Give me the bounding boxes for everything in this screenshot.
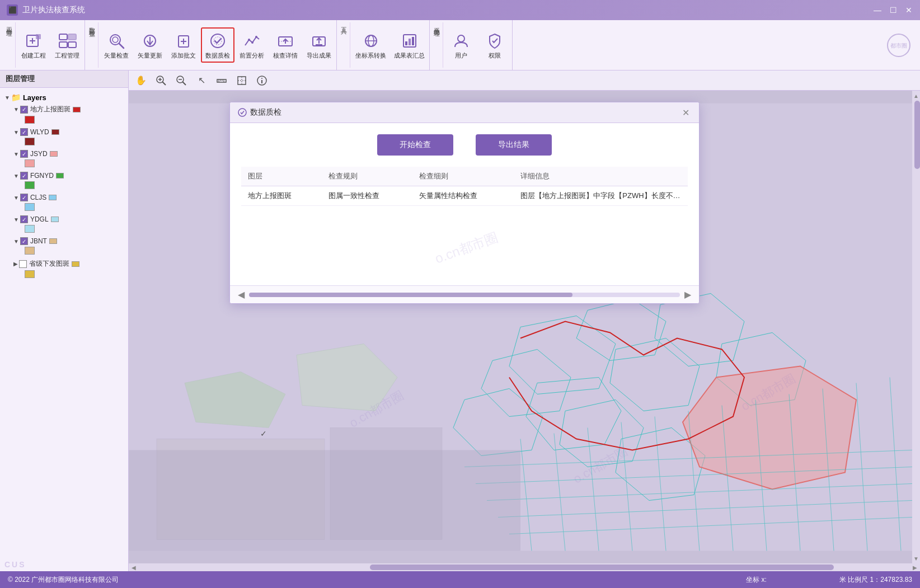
toolbar-group-datachk: 数据核查 矢量检查	[85, 20, 337, 70]
layer-checkbox-jsyd[interactable]: ✓	[20, 150, 28, 158]
map-tool-info[interactable]	[254, 73, 270, 88]
layer-item-shengji[interactable]: ▶ 省级下发图斑	[11, 258, 126, 270]
modal-title: 数据质检	[238, 107, 281, 117]
layer-item-cljs[interactable]: ▼ ✓ CLJS	[11, 192, 126, 203]
export-result-button[interactable]: 导出结果	[476, 134, 552, 156]
toolbar-result-summary[interactable]: 成果表汇总	[391, 29, 428, 62]
toolbar-user[interactable]: 用户	[445, 29, 477, 62]
layer-swatch-difang2	[25, 116, 35, 124]
map-tool-zoom-in[interactable]	[153, 73, 169, 88]
vector-check-label: 矢量检查	[104, 52, 129, 59]
layer-swatch-jsyd2	[25, 159, 35, 167]
modal-close-btn[interactable]: ✕	[680, 107, 691, 118]
layer-expand-cljs: ▼	[13, 195, 19, 201]
toolbar-add-batch[interactable]: 添加批文	[167, 29, 200, 62]
map-tool-extent[interactable]	[234, 73, 250, 88]
layers-root[interactable]: ▼ 📁 Layers	[2, 91, 126, 104]
window-controls: — ☐ ✕	[873, 6, 913, 15]
app-icon: ⬛	[7, 4, 18, 16]
map-tool-measure[interactable]	[214, 73, 229, 88]
layer-item-fgnyd[interactable]: ▼ ✓ FGNYD	[11, 171, 126, 181]
layer-item-ydgl[interactable]: ▼ ✓ YDGL	[11, 214, 126, 224]
layer-expand-difang: ▼	[13, 106, 19, 112]
layer-swatch-shengji2	[25, 270, 35, 278]
layer-checkbox-ydgl[interactable]: ✓	[20, 215, 28, 223]
layer-expand-wlyd: ▼	[13, 129, 19, 135]
layer-label-jsyd: JSYD	[30, 150, 48, 158]
modal-watermark: o.cn都市圈	[242, 132, 687, 304]
scroll-up-btn[interactable]: ▲	[913, 92, 919, 100]
col-layer: 图层	[241, 167, 322, 186]
rights-label: 权限	[489, 52, 501, 59]
layer-color-fgnyd	[56, 173, 64, 178]
vector-check-icon	[106, 31, 126, 51]
layer-checkbox-jbnt[interactable]: ✓	[20, 237, 28, 245]
svg-line-41	[182, 82, 186, 85]
map-scrollbar-horizontal[interactable]: ◀ ▶	[129, 563, 920, 571]
layer-checkbox-fgnyd[interactable]: ✓	[20, 172, 28, 180]
map-canvas[interactable]: o.cn都市圈 o.cn都市圈 o.cn都市圈 ✓ ◀ ▶	[129, 91, 920, 571]
start-check-button[interactable]: 开始检查	[377, 134, 453, 156]
data-quality-icon	[208, 31, 228, 51]
export-label: 导出成果	[307, 52, 331, 59]
user-label: 用户	[455, 52, 467, 59]
map-tool-pan[interactable]: ✋	[133, 73, 149, 88]
toolbar-check-detail[interactable]: 核查详情	[269, 29, 302, 62]
scrollbar-thumb-v[interactable]	[914, 101, 920, 169]
map-tool-select[interactable]: ↖	[194, 73, 209, 88]
svg-point-19	[251, 41, 254, 44]
scroll-right-btn[interactable]: ▶	[911, 565, 919, 570]
toolbar-create-project[interactable]: 创建工程	[17, 29, 50, 62]
window-maximize[interactable]: ☐	[889, 6, 898, 15]
layer-color-wlyd	[51, 129, 59, 135]
statusbar: © 2022 广州都市圈网络科技有限公司 坐标 x: 米 比例尺 1：24782…	[0, 571, 920, 588]
svg-point-33	[458, 35, 464, 42]
toolbar-rights[interactable]: 权限	[478, 29, 511, 62]
window-close[interactable]: ✕	[904, 6, 913, 15]
toolbar-manage-project[interactable]: 工程管理	[51, 29, 83, 62]
statusbar-coord-label: 坐标 x: 米 比例尺 1：247823.83	[746, 575, 912, 585]
toolbar-export[interactable]: 导出成果	[303, 29, 335, 62]
pre-analysis-icon	[242, 31, 262, 51]
svg-line-37	[162, 82, 166, 85]
check-detail-icon	[275, 31, 295, 51]
layer-expand-ydgl: ▼	[13, 217, 19, 223]
sidebar-header: 图层管理	[0, 70, 128, 88]
modal-title-icon	[238, 108, 247, 117]
toolbar-group-system-label: 系统管理	[431, 22, 443, 68]
layer-checkbox-wlyd[interactable]: ✓	[20, 128, 28, 136]
svg-text:都市圈: 都市圈	[890, 43, 907, 49]
toolbar-vector-check[interactable]: 矢量检查	[100, 29, 133, 62]
map-area: ✋ ↖	[129, 70, 920, 571]
window-minimize[interactable]: —	[873, 6, 882, 15]
layer-checkbox-cljs[interactable]: ✓	[20, 194, 28, 201]
layer-item-wlyd[interactable]: ▼ ✓ WLYD	[11, 127, 126, 137]
toolbar-coord-transform[interactable]: 坐标系转换	[352, 29, 389, 62]
layer-expand-jsyd: ▼	[13, 151, 19, 157]
svg-rect-3	[36, 34, 41, 39]
layer-checkbox-difang[interactable]: ✓	[20, 106, 28, 114]
layer-label-ydgl: YDGL	[30, 215, 49, 223]
toolbar-data-quality[interactable]: 数据质检	[201, 27, 234, 63]
create-project-icon	[24, 31, 44, 51]
toolbar-pre-analysis[interactable]: 前置分析	[236, 29, 268, 62]
layer-item-jsyd[interactable]: ▼ ✓ JSYD	[11, 149, 126, 159]
toolbar-logo: 都市圈	[885, 20, 918, 70]
scrollbar-thumb-h[interactable]	[370, 565, 834, 570]
layer-label-wlyd: WLYD	[30, 128, 49, 136]
toolbar-vector-update[interactable]: 矢量更新	[134, 29, 166, 62]
check-detail-label: 核查详情	[273, 52, 298, 59]
coord-transform-label: 坐标系转换	[355, 52, 386, 59]
map-scrollbar-vertical[interactable]: ▲ ▼	[912, 91, 920, 563]
layer-item-jbnt[interactable]: ▼ ✓ JBNT	[11, 236, 126, 246]
scroll-down-btn[interactable]: ▼	[913, 554, 919, 562]
layer-expand-fgnyd: ▼	[13, 173, 19, 179]
scroll-left-btn[interactable]: ◀	[130, 565, 138, 570]
scroll-right-arrow[interactable]: ▶	[682, 289, 693, 300]
layer-expand-shengji: ▶	[13, 261, 18, 267]
layer-checkbox-shengji[interactable]	[19, 260, 27, 268]
layer-item-difang[interactable]: ▼ ✓ 地方上报图斑	[11, 104, 126, 115]
map-tool-zoom-out[interactable]	[173, 73, 189, 88]
result-summary-icon	[400, 31, 420, 51]
titlebar: ⬛ 卫片执法核查系统 — ☐ ✕	[0, 0, 920, 20]
